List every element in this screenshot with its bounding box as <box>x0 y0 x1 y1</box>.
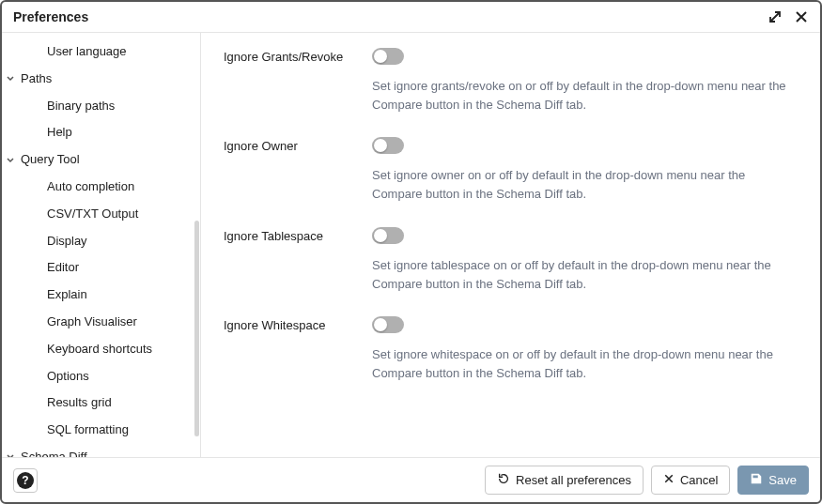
sidebar-item[interactable]: Display <box>2 228 200 255</box>
chevron-down-icon[interactable] <box>4 72 17 85</box>
sidebar-item[interactable]: CSV/TXT Output <box>2 201 200 228</box>
setting-row: Ignore OwnerSet ignore owner on or off b… <box>224 137 798 204</box>
setting-row: Ignore WhitespaceSet ignore whitespace o… <box>224 316 798 383</box>
sidebar-item[interactable]: Paths <box>2 66 200 93</box>
close-icon <box>663 473 675 487</box>
setting-label: Ignore Grants/Revoke <box>224 48 372 64</box>
sidebar-item-label: Results grid <box>47 393 112 413</box>
sidebar-item[interactable]: Keyboard shortcuts <box>2 336 200 363</box>
toggle-knob <box>374 318 387 331</box>
sidebar-item[interactable]: SQL formatting <box>2 417 200 444</box>
titlebar-actions <box>768 9 809 24</box>
sidebar-item-label: Paths <box>21 69 52 89</box>
setting-description: Set ignore whitespace on or off by defau… <box>372 345 798 383</box>
toggle-knob <box>374 229 387 242</box>
setting-row: Ignore TablespaceSet ignore tablespace o… <box>224 227 798 294</box>
save-button[interactable]: Save <box>737 466 809 495</box>
chevron-down-icon[interactable] <box>4 451 17 457</box>
sidebar-item[interactable]: Graph Visualiser <box>2 309 200 336</box>
sidebar[interactable]: User languagePathsBinary pathsHelpQuery … <box>2 33 201 457</box>
sidebar-item[interactable]: Help <box>2 119 200 146</box>
sidebar-item-label: Binary paths <box>47 97 115 116</box>
setting-label: Ignore Tablespace <box>224 227 372 243</box>
setting-body: Set ignore grants/revoke on or off by de… <box>372 48 798 115</box>
sidebar-item[interactable]: User language <box>2 38 200 66</box>
sidebar-item[interactable]: Auto completion <box>2 174 200 201</box>
toggle-switch[interactable] <box>372 137 404 154</box>
reset-button[interactable]: Reset all preferences <box>485 466 644 495</box>
sidebar-item-label: Display <box>47 232 87 252</box>
titlebar: Preferences <box>2 2 820 33</box>
sidebar-item-label: Auto completion <box>47 177 134 197</box>
maximize-icon[interactable] <box>768 9 783 24</box>
setting-body: Set ignore whitespace on or off by defau… <box>372 316 798 383</box>
sidebar-item-label: User language <box>47 42 127 62</box>
cancel-button[interactable]: Cancel <box>651 466 730 495</box>
chevron-down-icon[interactable] <box>4 154 17 167</box>
help-button[interactable]: ? <box>13 468 38 493</box>
setting-body: Set ignore owner on or off by default in… <box>372 137 798 204</box>
sidebar-item-label: SQL formatting <box>47 420 129 440</box>
help-icon: ? <box>17 472 34 489</box>
sidebar-item[interactable]: Editor <box>2 254 200 282</box>
sidebar-item[interactable]: Explain <box>2 282 200 309</box>
setting-description: Set ignore grants/revoke on or off by de… <box>372 77 798 115</box>
main-panel: Ignore Grants/RevokeSet ignore grants/re… <box>201 33 820 457</box>
sidebar-item-label: Schema Diff <box>21 448 87 457</box>
setting-row: Ignore Grants/RevokeSet ignore grants/re… <box>224 48 798 115</box>
setting-description: Set ignore owner on or off by default in… <box>372 166 798 204</box>
sidebar-scrollbar[interactable] <box>194 221 199 436</box>
sidebar-item-label: Help <box>47 123 72 143</box>
preferences-dialog: Preferences User languagePathsBinary pat… <box>2 2 820 502</box>
sidebar-item-label: Options <box>47 367 89 387</box>
sidebar-item-label: Editor <box>47 258 79 278</box>
setting-body: Set ignore tablespace on or off by defau… <box>372 227 798 294</box>
toggle-switch[interactable] <box>372 316 404 333</box>
sidebar-item[interactable]: Query Tool <box>2 146 200 174</box>
sidebar-item-label: Graph Visualiser <box>47 313 137 332</box>
sidebar-item[interactable]: Results grid <box>2 389 200 417</box>
footer: ? Reset all preferences Cancel <box>2 457 820 502</box>
toggle-knob <box>374 139 387 152</box>
sidebar-item-label: Keyboard shortcuts <box>47 340 152 359</box>
toggle-switch[interactable] <box>372 48 404 65</box>
content-area: User languagePathsBinary pathsHelpQuery … <box>2 33 820 457</box>
save-label: Save <box>768 473 797 487</box>
save-icon <box>750 472 763 488</box>
setting-description: Set ignore tablespace on or off by defau… <box>372 256 798 294</box>
reset-label: Reset all preferences <box>516 473 631 487</box>
toggle-switch[interactable] <box>372 227 404 244</box>
sidebar-item-label: Query Tool <box>21 150 80 170</box>
setting-label: Ignore Whitespace <box>224 316 372 332</box>
footer-actions: Reset all preferences Cancel Save <box>485 466 809 495</box>
sidebar-item[interactable]: Binary paths <box>2 93 200 120</box>
sidebar-item-label: Explain <box>47 285 87 305</box>
reset-icon <box>497 472 510 488</box>
sidebar-item[interactable]: Options <box>2 363 200 390</box>
sidebar-item[interactable]: Schema Diff <box>2 444 200 457</box>
close-icon[interactable] <box>794 9 809 24</box>
dialog-title: Preferences <box>13 9 88 24</box>
sidebar-item-label: CSV/TXT Output <box>47 205 138 224</box>
setting-label: Ignore Owner <box>224 137 372 153</box>
cancel-label: Cancel <box>680 473 718 487</box>
toggle-knob <box>374 50 387 63</box>
